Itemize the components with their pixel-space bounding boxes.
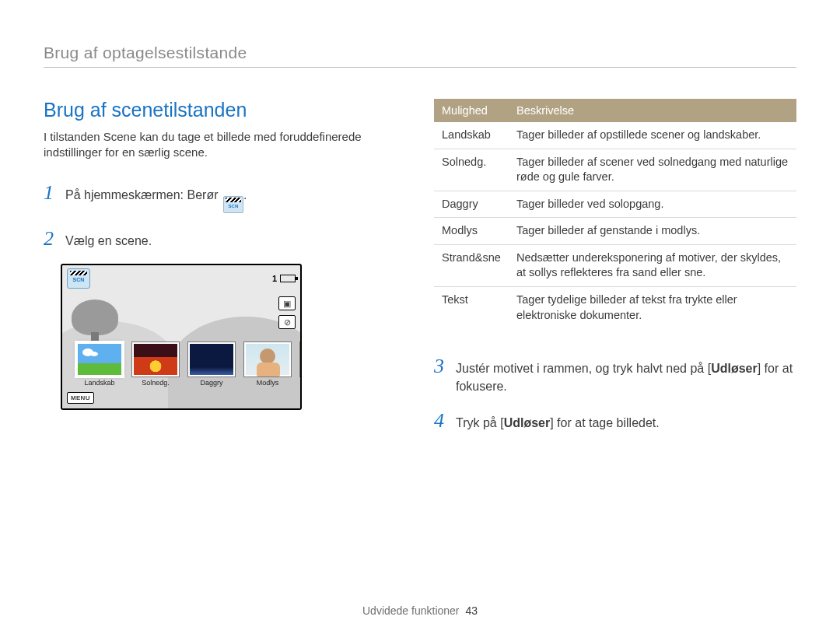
lcd-flash-icon: ⊘ — [278, 315, 296, 329]
lcd-menu-button: MENU — [67, 392, 94, 404]
camera-lcd-illustration: SCN 1 ▣ ⊘ Landskab — [61, 264, 302, 410]
lcd-thumb: Daggry — [188, 342, 235, 387]
step-number: 3 — [434, 352, 448, 381]
lcd-thumb — [300, 342, 302, 387]
step-number: 2 — [44, 224, 58, 254]
battery-icon — [280, 275, 296, 282]
step-3: 3 Justér motivet i rammen, og tryk halvt… — [434, 352, 796, 395]
step-1-text-prefix: På hjemmeskærmen: Berør — [65, 188, 222, 201]
step-2: 2 Vælg en scene. — [44, 224, 406, 254]
table-row: TekstTager tydelige billeder af tekst fr… — [434, 286, 796, 328]
step-1-text-suffix: . — [243, 188, 247, 201]
step-number: 4 — [434, 406, 448, 436]
divider — [44, 67, 796, 68]
lcd-thumb: Modlys — [244, 342, 291, 387]
lcd-thumb: Landskab — [76, 342, 123, 387]
options-table-head-opt: Mulighed — [434, 99, 509, 122]
table-row: Solnedg.Tager billeder af scener ved sol… — [434, 149, 796, 191]
table-row: Strand&sneNedsætter undereksponering af … — [434, 244, 796, 286]
options-table-head-desc: Beskrivelse — [509, 99, 796, 122]
lcd-thumb: Solnedg. — [132, 342, 179, 387]
step-4: 4 Tryk på [Udløser] for at tage billedet… — [434, 406, 796, 436]
step-1: 1 På hjemmeskærmen: Berør SCN . — [44, 178, 406, 213]
lcd-scn-icon: SCN — [67, 268, 90, 289]
breadcrumb: Brug af optagelsestilstande — [44, 44, 796, 62]
step-number: 1 — [44, 178, 58, 208]
scn-mode-icon: SCN — [223, 196, 243, 213]
footer-section-label: Udvidede funktioner — [362, 604, 460, 617]
lcd-frame-counter: 1 — [272, 274, 277, 283]
table-row: ModlysTager billeder af genstande i modl… — [434, 218, 796, 245]
page-number: 43 — [465, 604, 478, 617]
table-row: LandskabTager billeder af opstillede sce… — [434, 122, 796, 149]
lcd-capture-icon: ▣ — [278, 296, 296, 310]
step-2-text: Vælg en scene. — [65, 232, 406, 250]
options-table: Mulighed Beskrivelse LandskabTager bille… — [434, 99, 796, 328]
section-intro: I tilstanden Scene kan du tage et billed… — [44, 129, 406, 161]
section-title: Brug af scenetilstanden — [44, 99, 406, 121]
page-footer: Udvidede funktioner 43 — [0, 604, 840, 617]
lcd-scene-thumbs: Landskab Solnedg. Daggry Modlys — [76, 342, 294, 387]
table-row: DaggryTager billeder ved solopgang. — [434, 191, 796, 218]
